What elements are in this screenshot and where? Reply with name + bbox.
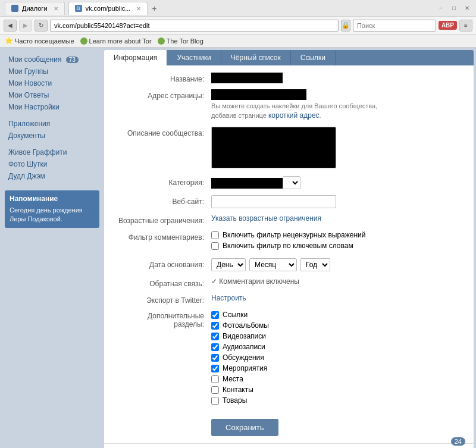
sidebar-divider-3: [0, 182, 104, 187]
name-control: [211, 73, 419, 83]
extra-checkbox-1[interactable]: [211, 322, 219, 330]
bookmark-frequently-visited[interactable]: ⭐ Часто посещаемые: [5, 37, 74, 45]
extra-checkbox-2[interactable]: [211, 333, 219, 340]
address-label: Адрес страницы:: [116, 89, 211, 100]
minimize-button[interactable]: −: [437, 4, 445, 12]
bookmark-tor-blog[interactable]: The Tor Blog: [158, 37, 203, 45]
sidebar-item-docs[interactable]: Документы: [0, 130, 104, 142]
filter-row-1: Включить фильтр нецензурных выражений: [211, 231, 419, 239]
sidebar-item-apps[interactable]: Приложения: [0, 118, 104, 130]
bookmark-tor-learn[interactable]: Learn more about Tor: [80, 37, 152, 45]
close-button[interactable]: ✕: [463, 4, 471, 12]
name-redacted: [211, 73, 283, 83]
extra-checkbox-7[interactable]: [211, 386, 219, 394]
forward-button[interactable]: ▶: [19, 20, 32, 32]
tab-links[interactable]: Ссылки: [291, 50, 336, 65]
reminder-title: Напоминание: [10, 194, 95, 204]
extra-row-5: Мероприятия: [211, 364, 419, 372]
new-tab-button[interactable]: +: [148, 2, 161, 15]
extra-checkbox-5[interactable]: [211, 365, 219, 372]
sidebar-divider-1: [0, 113, 104, 118]
short-address-link[interactable]: короткий адрес: [268, 111, 320, 120]
tab-information[interactable]: Информация: [104, 50, 167, 65]
shield-icon: 🔒: [341, 20, 350, 32]
tab-vk-label: vk.com/public...: [86, 5, 131, 12]
extra-control: Ссылки Фотоальбомы Видеозаписи Аудиозапи…: [211, 311, 419, 407]
filter-checkbox-2[interactable]: [211, 242, 219, 250]
back-button[interactable]: ◀: [4, 20, 17, 32]
sidebar-item-news[interactable]: Мои Новости: [0, 77, 104, 89]
year-select[interactable]: Год: [300, 258, 330, 271]
extra-row-8: Товары: [211, 396, 419, 405]
extra-checkbox-3[interactable]: [211, 343, 219, 351]
category-control: [211, 176, 419, 189]
address-hint: Вы можете создать наклейки для Вашего со…: [211, 102, 419, 121]
website-input[interactable]: [211, 195, 336, 208]
extra-label: Дополнительные разделы:: [116, 311, 211, 328]
category-select[interactable]: [283, 176, 300, 189]
sidebar-item-groups[interactable]: Мои Группы: [0, 65, 104, 77]
page-wrapper: Мои сообщения 73 Мои Группы Мои Новости …: [0, 48, 476, 448]
sidebar-item-settings[interactable]: Мои Настройки: [0, 101, 104, 113]
page-footer: о сайте помощь правила реклама разработч…: [104, 443, 474, 448]
filter-checkbox-1[interactable]: [211, 231, 219, 239]
age-control: Указать возрастные ограничения: [211, 214, 419, 223]
tab-blacklist[interactable]: Чёрный список: [221, 50, 291, 65]
sidebar-item-graffiti[interactable]: Живое Граффити: [0, 146, 104, 158]
form-area: Название: Адрес страницы: Вы можете созд…: [104, 65, 474, 443]
feedback-status: ✓ Комментарии включены: [211, 277, 299, 286]
twitter-link[interactable]: Настроить: [211, 294, 246, 302]
form-row-twitter: Экспорт в Twitter: Настроить: [116, 294, 462, 305]
tab-vk[interactable]: В vk.com/public... ✕: [68, 2, 148, 15]
extra-checkbox-6[interactable]: [211, 375, 219, 383]
extra-checkbox-8[interactable]: [211, 397, 219, 405]
address-redacted: [211, 89, 306, 100]
refresh-button[interactable]: ↻: [35, 20, 48, 32]
filter-row-2: Включить фильтр по ключевым словам: [211, 242, 419, 250]
extra-checkbox-4[interactable]: [211, 354, 219, 362]
save-button[interactable]: Сохранить: [211, 419, 278, 436]
tab-vk-close[interactable]: ✕: [136, 5, 141, 12]
description-textarea[interactable]: [211, 127, 336, 168]
menu-button[interactable]: ≡: [459, 20, 472, 32]
search-input[interactable]: [353, 20, 436, 32]
month-select[interactable]: Месяц: [249, 258, 297, 271]
save-row: Сохранить: [116, 413, 462, 436]
sidebar-item-messages[interactable]: Мои сообщения 73: [0, 54, 104, 65]
description-label: Описание сообщества:: [116, 127, 211, 137]
extra-checkbox-0[interactable]: [211, 311, 219, 319]
category-label: Категория:: [116, 176, 211, 187]
vk-tab-icon: В: [75, 5, 82, 12]
extra-label-5: Мероприятия: [223, 364, 267, 372]
day-select[interactable]: День: [211, 258, 246, 271]
date-control: День Месяц Год: [211, 258, 419, 271]
tab-dialogs-close[interactable]: ✕: [54, 5, 58, 12]
form-row-name: Название:: [116, 73, 462, 83]
address-input[interactable]: [50, 20, 339, 32]
form-row-filter: Фильтр комментариев: Включить фильтр нец…: [116, 231, 462, 252]
extra-row-3: Аудиозаписи: [211, 343, 419, 351]
extra-label-8: Товары: [223, 396, 247, 405]
adblock-button[interactable]: ABP: [439, 21, 457, 30]
notification-badge: 24: [451, 437, 465, 446]
sidebar-item-doodle[interactable]: Дудл Джэм: [0, 170, 104, 182]
extra-row-2: Видеозаписи: [211, 332, 419, 340]
extra-label-4: Обсуждения: [223, 353, 264, 362]
extra-label-2: Видеозаписи: [223, 332, 266, 340]
address-control: Вы можете создать наклейки для Вашего со…: [211, 89, 419, 121]
extra-row-7: Контакты: [211, 386, 419, 394]
date-label: Дата основания:: [116, 258, 211, 269]
form-row-age: Возрастные ограничения: Указать возрастн…: [116, 214, 462, 225]
date-row: День Месяц Год: [211, 258, 419, 271]
age-link[interactable]: Указать возрастные ограничения: [211, 214, 321, 223]
sidebar-item-answers[interactable]: Мои Ответы: [0, 89, 104, 101]
form-row-feedback: Обратная связь: ✓ Комментарии включены: [116, 277, 462, 288]
extra-row-4: Обсуждения: [211, 353, 419, 362]
tab-members[interactable]: Участники: [167, 50, 221, 65]
filter-label-1: Включить фильтр нецензурных выражений: [223, 231, 365, 239]
address-bar: ◀ ▶ ↻ 🔒 ABP ≡: [0, 17, 476, 35]
maximize-button[interactable]: □: [450, 4, 458, 12]
tab-dialogs-label: Диалоги: [22, 5, 48, 12]
tab-dialogs[interactable]: Диалоги ✕: [5, 2, 65, 15]
sidebar-item-photo-jokes[interactable]: Фото Шутки: [0, 158, 104, 170]
